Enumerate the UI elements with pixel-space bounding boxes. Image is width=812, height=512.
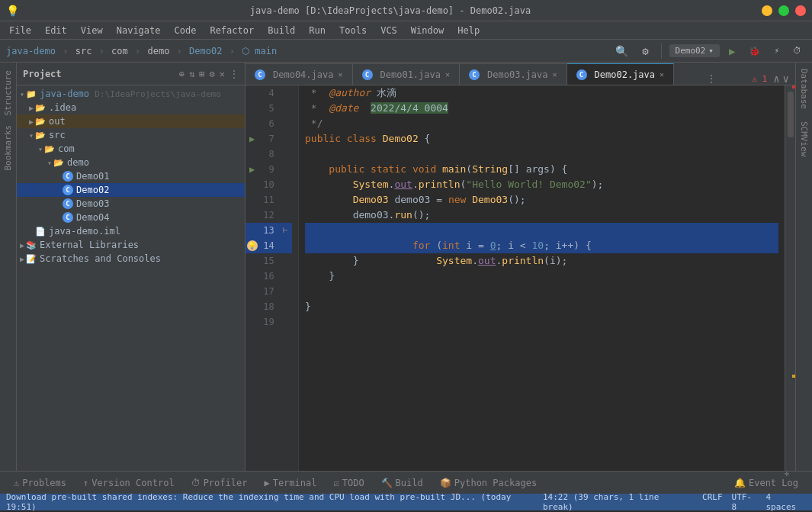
bottom-tab-problems[interactable]: ⚠ Problems (6, 475, 74, 491)
title-left: 💡 (6, 5, 19, 17)
menu-edit[interactable]: Edit (39, 24, 73, 37)
tree-item-demo[interactable]: ▾ 📂 demo (17, 156, 245, 169)
tree-item-com[interactable]: ▾ 📂 com (17, 142, 245, 156)
menu-tools[interactable]: Tools (333, 24, 373, 37)
tab-demo02[interactable]: C Demo02.java ✕ (567, 63, 675, 85)
linenum-11: 11 (258, 192, 279, 208)
tree-item-demo02[interactable]: ▶ C Demo02 (17, 183, 245, 197)
minimize-button[interactable] (762, 5, 772, 16)
profile-button[interactable]: ⏱ (788, 44, 806, 57)
menu-vcs[interactable]: VCS (374, 24, 403, 37)
tab-demo03[interactable]: C Demo03.java ✕ (460, 63, 567, 85)
bottom-tab-eventlog[interactable]: 🔔 Event Log (727, 475, 806, 491)
expand-icon[interactable]: ⊞ (199, 69, 204, 79)
expand-arrow-scratch-icon: ▶ (20, 255, 24, 263)
gutter-6: 6 (246, 116, 292, 131)
breadcrumb-demo[interactable]: demo (147, 46, 169, 56)
run-button[interactable]: ▶ (724, 43, 740, 59)
sort-icon[interactable]: ⇅ (189, 69, 194, 79)
bookmarks-tab[interactable]: Bookmarks (2, 121, 14, 175)
code-line-11: Demo03 demo03 = new Demo03(); (305, 192, 778, 208)
menu-navigate[interactable]: Navigate (111, 24, 167, 37)
bottom-tab-todo[interactable]: ☑ TODO (326, 475, 371, 491)
gutter-17: 17 (246, 284, 292, 299)
run-config-dropdown[interactable]: Demo02 ▾ (669, 44, 720, 57)
code-comment-5: * @date 2022/4/4 0004 (305, 101, 448, 116)
brace-close-16: } (329, 269, 335, 284)
scmview-tab[interactable]: SCMView (798, 115, 810, 163)
breadcrumb-class[interactable]: Demo02 (189, 46, 222, 56)
menu-file[interactable]: File (3, 24, 37, 37)
bottom-tab-python[interactable]: 📦 Python Packages (432, 475, 544, 491)
breadcrumb-project[interactable]: java-demo (6, 46, 56, 56)
tab-java-icon4: C (576, 69, 587, 80)
tree-item-src[interactable]: ▾ 📂 src (17, 128, 245, 142)
tab-close-demo01[interactable]: ✕ (445, 70, 450, 79)
coverage-button[interactable]: ⚡ (769, 44, 784, 57)
tree-item-out[interactable]: ▶ 📂 out (17, 114, 245, 128)
menu-window[interactable]: Window (405, 24, 450, 37)
run-arrow-7[interactable]: ▶ (246, 131, 258, 147)
linenum-16: 16 (258, 269, 279, 284)
menu-build[interactable]: Build (262, 24, 301, 37)
editor[interactable]: 4 5 6 ▶ 7 (246, 85, 795, 471)
tab-close-demo03[interactable]: ✕ (553, 70, 557, 79)
tree-item-root[interactable]: ▾ 📁 java-demo D:\IdeaProjects\java-demo (17, 87, 245, 101)
menu-help[interactable]: Help (451, 24, 486, 37)
editor-scrollbar[interactable] (785, 85, 795, 471)
run-arrow-9[interactable]: ▶ (246, 162, 258, 177)
tab-demo04[interactable]: C Demo04.java ✕ (246, 63, 353, 85)
add-icon[interactable]: ⊕ (179, 69, 185, 79)
string-9: String (472, 162, 508, 177)
settings-sidebar-icon[interactable]: ⚙ (210, 69, 215, 79)
tree-item-external-libs[interactable]: ▶ 📚 External Libraries (17, 238, 245, 252)
tree-item-scratches[interactable]: ▶ 📝 Scratches and Consoles (17, 252, 245, 266)
maximize-button[interactable] (778, 5, 789, 16)
tab-more-button[interactable]: ⋮ (700, 72, 723, 85)
end-11: (); (508, 192, 525, 208)
collapse-editor-button[interactable]: ∧ (773, 72, 779, 85)
breadcrumb-src[interactable]: src (75, 46, 92, 56)
more-icon[interactable]: ⋮ (229, 69, 239, 79)
menu-code[interactable]: Code (168, 24, 203, 37)
breadcrumb-method[interactable]: ⬡ main (242, 46, 277, 56)
bottom-tab-build[interactable]: 🔨 Build (374, 475, 431, 491)
tree-item-demo03[interactable]: ▶ C Demo03 (17, 197, 245, 211)
close-button[interactable] (795, 5, 806, 16)
bottom-tab-vcs[interactable]: ↑ Version Control (75, 475, 182, 491)
breadcrumb-com[interactable]: com (111, 46, 128, 56)
search-everywhere-button[interactable]: 🔍 (611, 43, 633, 59)
tab-close-demo04[interactable]: ✕ (338, 70, 342, 79)
tab-close-demo02[interactable]: ✕ (660, 70, 664, 79)
menu-view[interactable]: View (75, 24, 109, 37)
menu-run[interactable]: Run (303, 24, 332, 37)
tree-label-src: src (49, 130, 66, 140)
tree-item-idea[interactable]: ▶ 📂 .idea (17, 101, 245, 114)
tab-demo01[interactable]: C Demo01.java ✕ (353, 63, 461, 85)
debug-button[interactable]: 🐞 (744, 44, 765, 58)
code-indent-15 (305, 253, 353, 269)
bottom-tab-terminal[interactable]: ▶ Terminal (256, 475, 324, 491)
linenum-4: 4 (258, 85, 279, 101)
code-indent-13 (364, 240, 412, 251)
linenum-10: 10 (258, 177, 279, 192)
bottom-tab-profiler[interactable]: ⏱ Profiler (184, 475, 255, 491)
brace-close-18: } (305, 299, 311, 314)
code-line-19 (305, 314, 778, 330)
paren-open-13: ( (430, 240, 442, 251)
database-tab[interactable]: Database (798, 63, 810, 115)
println-10: println (419, 177, 461, 192)
tree-item-demo04[interactable]: ▶ C Demo04 (17, 211, 245, 224)
settings-button[interactable]: ⚙ (637, 43, 653, 59)
var-11: demo03 = (389, 192, 448, 208)
gutter-4: 4 (246, 85, 292, 101)
linenum-13: 13 (258, 223, 279, 238)
code-editor[interactable]: * @author 水滴 * @date 2022/4/4 0004 */ pu… (299, 85, 785, 471)
menu-refactor[interactable]: Refactor (204, 24, 260, 37)
tree-item-iml[interactable]: ▶ 📄 java-demo.iml (17, 224, 245, 238)
close-sidebar-icon[interactable]: ✕ (220, 69, 225, 79)
structure-tab[interactable]: Structure (2, 66, 14, 121)
expand-editor-button[interactable]: ∨ (783, 72, 789, 85)
linenum-7: 7 (258, 131, 279, 147)
tree-item-demo01[interactable]: ▶ C Demo01 (17, 169, 245, 183)
